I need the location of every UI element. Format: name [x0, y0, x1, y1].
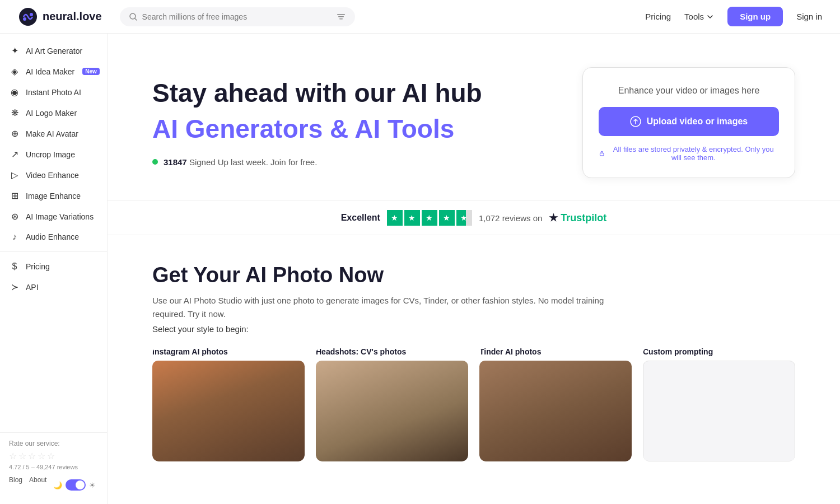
image-variations-icon: ⊛: [9, 211, 20, 222]
photo-image-headshots: [316, 361, 468, 461]
photo-image-custom: [643, 361, 795, 461]
svg-rect-4: [337, 14, 345, 15]
photo-card-headshots[interactable]: Headshots: CV's photos: [316, 347, 468, 461]
new-badge: New: [82, 68, 100, 75]
sidebar-item-ai-idea-maker[interactable]: ◈ AI Idea Maker New: [0, 61, 107, 82]
pricing-icon: $: [9, 262, 20, 272]
rating-text: 4.72 / 5 – 49,247 reviews: [9, 464, 98, 470]
sidebar-item-video-enhance[interactable]: ▷ Video Enhance: [0, 165, 107, 185]
star-5: ☆: [47, 451, 55, 461]
sidebar-item-audio-enhance[interactable]: ♪ Audio Enhance: [0, 227, 107, 247]
hero-signup-info: 31847 Signed Up last week. Join for free…: [152, 157, 549, 167]
sidebar-label-instant-photo-ai: Instant Photo AI: [26, 88, 81, 97]
sidebar-label-uncrop-image: Uncrop Image: [26, 150, 75, 159]
photo-image-tinder: [479, 361, 632, 461]
trustpilot-stars: ★ ★ ★ ★ ★: [387, 210, 472, 226]
blog-link[interactable]: Blog: [9, 476, 22, 491]
upload-button-label: Upload video or images: [647, 116, 748, 127]
photo-image-instagram: [152, 361, 305, 461]
tp-star-3: ★: [422, 210, 437, 226]
header: neural.love Pricing Tools Sign up Sign i…: [0, 0, 840, 34]
svg-rect-6: [339, 18, 343, 20]
sidebar-item-pricing[interactable]: $ Pricing: [0, 256, 107, 277]
trustpilot-excellent: Excellent: [341, 213, 380, 223]
video-icon: ▷: [9, 170, 20, 180]
signup-button[interactable]: Sign up: [727, 7, 783, 26]
hero-section: Stay ahead with our AI hub AI Generators…: [108, 34, 840, 200]
sidebar-item-uncrop-image[interactable]: ↗ Uncrop Image: [0, 144, 107, 165]
trustpilot-logo: ★ Trustpilot: [549, 212, 606, 224]
sidebar-label-api: API: [26, 283, 39, 292]
sidebar-item-ai-image-variations[interactable]: ⊛ AI Image Variations: [0, 206, 107, 227]
sidebar-label-image-enhance: Image Enhance: [26, 192, 81, 200]
star-3: ☆: [28, 451, 36, 461]
star-2: ☆: [18, 451, 26, 461]
ai-photo-section: Get Your AI Photo Now Use our AI Photo S…: [108, 235, 840, 478]
sidebar-item-make-ai-avatar[interactable]: ⊕ Make AI Avatar: [0, 123, 107, 144]
photo-label-tinder: Tinder AI photos: [479, 347, 632, 356]
theme-toggle[interactable]: [66, 479, 86, 491]
upload-privacy: All files are stored privately & encrypt…: [599, 145, 779, 162]
signin-button[interactable]: Sign in: [796, 12, 822, 21]
hero-left: Stay ahead with our AI hub AI Generators…: [152, 67, 549, 167]
tp-star-1: ★: [387, 210, 403, 226]
photo-label-headshots: Headshots: CV's photos: [316, 347, 468, 356]
tools-label: Tools: [684, 12, 704, 21]
sidebar-label-pricing: Pricing: [26, 262, 50, 271]
section-select-label: Select your style to begin:: [152, 324, 795, 334]
sidebar-label-ai-image-variations: AI Image Variations: [26, 212, 94, 221]
trustpilot-reviews: 1,072 reviews on: [479, 213, 542, 223]
search-input[interactable]: [142, 12, 332, 21]
logo-text: neural.love: [43, 10, 102, 23]
sidebar-item-ai-art-generator[interactable]: ✦ AI Art Generator: [0, 40, 107, 61]
sidebar-label-audio-enhance: Audio Enhance: [26, 232, 79, 241]
photo-grid: Instagram AI photos Headshots: CV's phot…: [152, 347, 795, 461]
layout: ✦ AI Art Generator ◈ AI Idea Maker New ◉…: [0, 34, 840, 504]
instant-photo-icon: ◉: [9, 87, 20, 97]
sidebar-footer: Rate our service: ☆ ☆ ☆ ☆ ☆ 4.72 / 5 – 4…: [0, 432, 107, 497]
filter-icon: [336, 12, 346, 22]
photo-label-custom: Custom prompting: [643, 347, 795, 356]
lock-icon: [599, 150, 605, 157]
about-link[interactable]: About: [29, 476, 46, 491]
theme-toggle-wrap: 🌙 ☀: [53, 479, 96, 491]
tools-dropdown[interactable]: Tools: [684, 12, 714, 21]
tp-star-2: ★: [404, 210, 420, 226]
section-title: Get Your AI Photo Now: [152, 263, 795, 287]
sidebar-label-ai-idea-maker: AI Idea Maker: [26, 67, 74, 76]
star-1: ☆: [9, 451, 17, 461]
sidebar-label-make-ai-avatar: Make AI Avatar: [26, 129, 78, 138]
photo-label-instagram: Instagram AI photos: [152, 347, 305, 356]
privacy-text: All files are stored privately & encrypt…: [608, 145, 779, 162]
sun-icon: ☀: [89, 481, 96, 489]
tp-star-4: ★: [439, 210, 455, 226]
toggle-thumb: [76, 480, 85, 489]
pricing-link[interactable]: Pricing: [645, 12, 671, 21]
search-bar: [120, 7, 355, 26]
green-dot: [152, 159, 158, 165]
sidebar-label-ai-art-generator: AI Art Generator: [26, 46, 82, 55]
search-icon: [129, 12, 138, 21]
sidebar: ✦ AI Art Generator ◈ AI Idea Maker New ◉…: [0, 34, 108, 504]
svg-point-1: [23, 17, 26, 21]
svg-rect-5: [338, 16, 344, 17]
photo-card-custom[interactable]: Custom prompting: [643, 347, 795, 461]
sidebar-divider: [0, 251, 107, 252]
photo-card-instagram[interactable]: Instagram AI photos: [152, 347, 305, 461]
sidebar-item-api[interactable]: ≻ API: [0, 277, 107, 297]
logo[interactable]: neural.love: [18, 7, 102, 27]
audio-icon: ♪: [9, 232, 20, 242]
sidebar-item-image-enhance[interactable]: ⊞ Image Enhance: [0, 185, 107, 206]
hero-title: Stay ahead with our AI hub: [152, 78, 549, 108]
chevron-down-icon: [706, 13, 714, 21]
sidebar-item-ai-logo-maker[interactable]: ❋ AI Logo Maker: [0, 102, 107, 123]
upload-button[interactable]: Upload video or images: [599, 107, 779, 136]
svg-point-2: [30, 13, 33, 16]
tp-star-5-half: ★: [456, 210, 472, 226]
main-content: Stay ahead with our AI hub AI Generators…: [108, 34, 840, 504]
sidebar-item-instant-photo-ai[interactable]: ◉ Instant Photo AI: [0, 82, 107, 102]
image-enhance-icon: ⊞: [9, 190, 20, 201]
trustpilot-bar: Excellent ★ ★ ★ ★ ★ 1,072 reviews on ★ T…: [108, 200, 840, 235]
photo-card-tinder[interactable]: Tinder AI photos: [479, 347, 632, 461]
hero-subtitle: AI Generators & AI Tools: [152, 114, 549, 144]
